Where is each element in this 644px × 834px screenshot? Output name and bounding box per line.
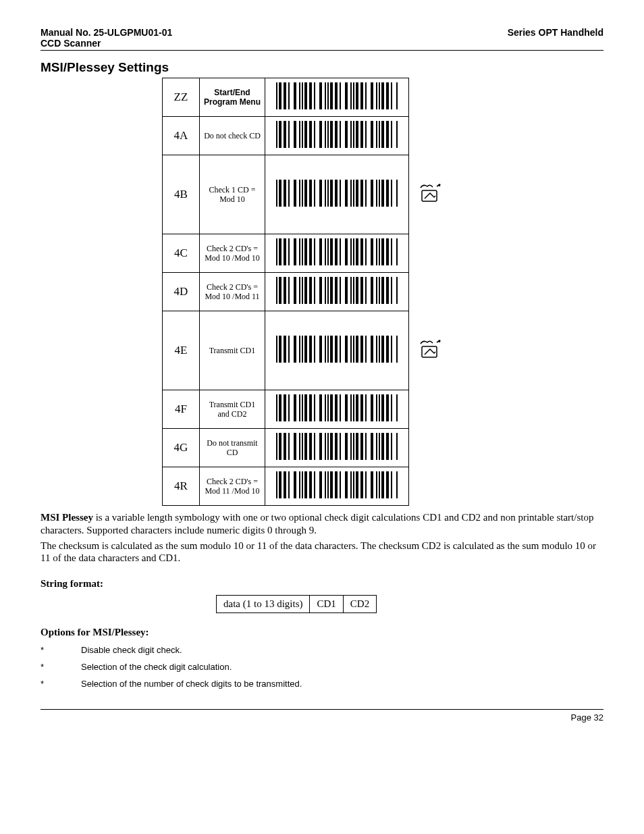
row-description: Do not check CD [200,117,265,155]
row-default-marker [409,78,452,117]
default-setting-icon [418,182,442,204]
device-label: CCD Scanner [41,38,603,49]
row-barcode [265,390,409,429]
row-description: Transmit CD1 [200,311,265,390]
description-text-1: is a variable length symbology with one … [41,512,593,536]
row-description: Check 2 CD's = Mod 10 /Mod 10 [200,234,265,273]
table-row: 4CCheck 2 CD's = Mod 10 /Mod 10 [163,234,452,273]
row-code: 4B [163,155,200,234]
row-code: 4E [163,311,200,390]
row-barcode [265,467,409,506]
row-description: Start/End Program Menu [200,78,265,117]
row-code: 4G [163,429,200,467]
table-row: 4FTransmit CD1 and CD2 [163,390,452,429]
row-barcode [265,311,409,390]
row-barcode [265,234,409,273]
row-barcode [265,78,409,117]
row-default-marker [409,155,452,234]
option-text: Disable check digit check. [81,645,182,655]
barcode-icon [276,336,398,363]
table-row: 4ADo not check CD [163,117,452,155]
svg-rect-0 [422,190,437,201]
row-barcode [265,273,409,311]
table-row: 4BCheck 1 CD = Mod 10 [163,155,452,234]
row-default-marker [409,390,452,429]
barcode-icon [276,394,398,421]
row-description: Transmit CD1 and CD2 [200,390,265,429]
barcode-icon [276,82,398,109]
string-format-label: String format: [41,578,603,590]
row-code: 4A [163,117,200,155]
description-paragraph-1: MSI Plessey is a variable length symbolo… [41,511,603,537]
symbology-name: MSI Plessey [41,512,93,523]
bullet-asterisk: * [41,679,81,689]
row-code: 4R [163,467,200,506]
row-description: Check 2 CD's = Mod 10 /Mod 11 [200,273,265,311]
row-default-marker [409,117,452,155]
string-format-table: data (1 to 13 digits) CD1 CD2 [216,595,377,613]
table-row: 4GDo not transmit CD [163,429,452,467]
list-item: *Selection of the check digit calculatio… [41,662,603,672]
bullet-asterisk: * [41,645,81,655]
description-paragraph-2: The checksum is calculated as the sum mo… [41,540,603,565]
header-divider [41,50,603,51]
format-cell-data: data (1 to 13 digits) [217,596,310,613]
barcode-icon [276,471,398,498]
row-barcode [265,155,409,234]
list-item: *Selection of the number of check digits… [41,679,603,689]
table-row: 4ETransmit CD1 [163,311,452,390]
row-code: 4F [163,390,200,429]
table-row: ZZStart/End Program Menu [163,78,452,117]
row-default-marker [409,234,452,273]
series-label: Series OPT Handheld [508,27,603,38]
row-default-marker [409,311,452,390]
option-text: Selection of the check digit calculation… [81,662,232,672]
row-default-marker [409,429,452,467]
page-header: Manual No. 25-ULGPMU01-01 Series OPT Han… [41,27,603,38]
barcode-icon [276,180,398,207]
manual-number: Manual No. 25-ULGPMU01-01 [41,27,172,38]
format-cell-cd1: CD1 [310,596,343,613]
page-footer: Page 32 [41,709,603,723]
barcode-icon [276,238,398,265]
table-row: 4DCheck 2 CD's = Mod 10 /Mod 11 [163,273,452,311]
row-barcode [265,429,409,467]
row-description: Do not transmit CD [200,429,265,467]
row-default-marker [409,273,452,311]
row-code: ZZ [163,78,200,117]
barcode-icon [276,277,398,304]
settings-table: ZZStart/End Program Menu4ADo not check C… [162,78,452,506]
row-barcode [265,117,409,155]
barcode-icon [276,433,398,460]
row-default-marker [409,467,452,506]
page-number: Page 32 [41,712,603,723]
section-title: MSI/Plessey Settings [41,60,603,75]
options-heading: Options for MSI/Plessey: [41,627,603,638]
table-row: 4RCheck 2 CD's = Mod 11 /Mod 10 [163,467,452,506]
default-setting-icon [418,338,442,360]
option-text: Selection of the number of check digits … [81,679,302,689]
row-description: Check 2 CD's = Mod 11 /Mod 10 [200,467,265,506]
footer-divider [41,709,603,710]
row-code: 4D [163,273,200,311]
bullet-asterisk: * [41,662,81,672]
row-description: Check 1 CD = Mod 10 [200,155,265,234]
svg-rect-1 [422,346,437,357]
options-list: *Disable check digit check.*Selection of… [41,645,603,689]
row-code: 4C [163,234,200,273]
list-item: *Disable check digit check. [41,645,603,655]
format-cell-cd2: CD2 [343,596,376,613]
barcode-icon [276,121,398,148]
